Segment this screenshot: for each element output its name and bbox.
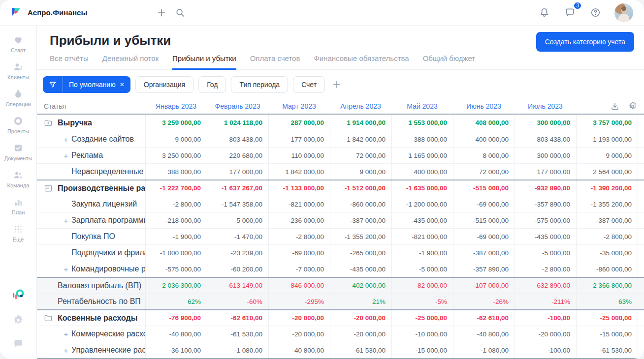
- sidebar-item-clients[interactable]: Клиенты: [0, 58, 36, 85]
- column-header-month[interactable]: Июнь 2023: [453, 98, 515, 114]
- value-cell: -1 637 267,00: [207, 180, 268, 196]
- expand-plus-icon[interactable]: +: [62, 135, 70, 144]
- row-label-cell[interactable]: +Нераспределенные: [37, 164, 145, 180]
- create-category-button[interactable]: Создать категорию учета: [536, 32, 634, 52]
- row-label-cell[interactable]: +Реклама: [37, 148, 145, 163]
- clear-filter-icon[interactable]: ✕: [120, 81, 125, 88]
- product-logo[interactable]: [11, 287, 26, 302]
- row-label-cell[interactable]: +Подрядчики и фрилансеры: [37, 245, 145, 261]
- row-label-cell[interactable]: +Управленческие расходы: [37, 342, 145, 358]
- card-icon[interactable]: [44, 184, 53, 193]
- add-icon[interactable]: [152, 3, 171, 22]
- folder-plus-icon[interactable]: [44, 119, 53, 127]
- value-cell: 3 250 000,00: [145, 148, 207, 163]
- row-label-cell[interactable]: Косвенные расходы: [37, 310, 145, 326]
- topbar: Аспро.Финансы 3: [0, 0, 644, 26]
- table-row[interactable]: +Покупка ПО-1 900,00-1 470,00-2 800,00-1…: [37, 228, 644, 244]
- value-cell: -25 000,00: [576, 310, 638, 326]
- table-row[interactable]: +Нераспределенные388 000,00177 000,001 8…: [37, 163, 644, 180]
- value-cell: 1 193 000,00: [576, 131, 638, 147]
- row-label-cell[interactable]: Валовая прибыль (ВП): [37, 278, 145, 293]
- sidebar-item-projects[interactable]: Проекты: [0, 112, 36, 139]
- table-row[interactable]: Выручка3 259 000,001 024 118,00287 000,0…: [37, 115, 644, 131]
- table-row[interactable]: Производственные расходы-1 222 700,00-1 …: [37, 180, 644, 196]
- table-row[interactable]: Рентабельность по ВП62%-60%-295%21%-5%-2…: [37, 293, 644, 309]
- expand-plus-icon[interactable]: +: [62, 265, 70, 273]
- row-label-cell[interactable]: +Коммерческие расходы: [37, 326, 145, 342]
- sidebar-item-start[interactable]: Старт: [0, 30, 36, 58]
- value-cell: 3 757 000,00: [576, 115, 638, 131]
- expand-plus-icon[interactable]: +: [62, 330, 70, 338]
- help-icon[interactable]: [586, 3, 605, 22]
- value-cell: -515 000,00: [453, 212, 515, 228]
- row-label: Реклама: [71, 151, 103, 160]
- sidebar-item-documents[interactable]: Документы: [0, 139, 36, 166]
- expand-plus-icon[interactable]: +: [62, 216, 70, 225]
- row-label-cell[interactable]: Выручка: [37, 115, 145, 131]
- table-row[interactable]: Косвенные расходы-76 900,00-62 610,00-20…: [37, 309, 644, 326]
- default-filter-chip[interactable]: По умолчанию✕: [43, 76, 130, 93]
- tab-invoice-payment[interactable]: Оплата счетов: [250, 54, 300, 70]
- row-label-cell[interactable]: +Командировочные расходы: [37, 261, 145, 277]
- value-cell: -107 000,00: [453, 278, 515, 293]
- column-header-month[interactable]: Июль 2023: [515, 98, 576, 114]
- value-cell: 1 842 000,00: [330, 131, 391, 147]
- table-row[interactable]: +Подрядчики и фрилансеры-1 000 000,00-23…: [37, 244, 644, 261]
- row-label-cell[interactable]: Рентабельность по ВП: [37, 294, 145, 309]
- row-label-cell[interactable]: +Зарплата программистов: [37, 212, 145, 228]
- table-row[interactable]: +Коммерческие расходы-40 800,00-61 530,0…: [37, 326, 644, 342]
- filter-chip-account[interactable]: Счет: [293, 76, 325, 93]
- table-row[interactable]: +Зарплата программистов-218 000,00-5 000…: [37, 212, 644, 228]
- folder-icon[interactable]: [44, 314, 53, 323]
- tab-all-reports[interactable]: Все отчёты: [50, 54, 89, 70]
- column-header-month[interactable]: Март 2023: [268, 98, 330, 114]
- row-label-cell[interactable]: +Создание сайтов: [37, 131, 145, 147]
- value-cell: -821 000,00: [391, 229, 453, 244]
- filter-chip-period-type[interactable]: Тип периода: [231, 76, 288, 93]
- column-header-month[interactable]: Апрель 2023: [330, 98, 391, 114]
- value-cell: -846 000,00: [268, 278, 330, 293]
- value-cell: -211%: [515, 294, 576, 309]
- notifications-bell-icon[interactable]: [535, 3, 553, 22]
- sidebar-item-team[interactable]: Команда: [0, 166, 36, 193]
- search-icon[interactable]: [171, 3, 190, 22]
- column-header-month[interactable]: Май 2023: [391, 98, 453, 114]
- support-chat-icon[interactable]: [13, 338, 24, 349]
- tab-financial-obligations[interactable]: Финансовые обязательства: [314, 54, 409, 70]
- row-label-cell[interactable]: Производственные расходы: [37, 180, 145, 196]
- tab-general-budget[interactable]: Общий бюджет: [423, 54, 476, 70]
- filter-chip-year[interactable]: Год: [198, 76, 226, 93]
- expand-plus-icon[interactable]: +: [62, 151, 70, 160]
- filter-chip-organization[interactable]: Организация: [135, 76, 193, 93]
- table-row[interactable]: +Реклама3 250 000,00220 680,00110 000,00…: [37, 147, 644, 163]
- value-cell: -387 000,00: [330, 212, 391, 228]
- export-download-icon[interactable]: [611, 102, 619, 111]
- messages-icon[interactable]: 3: [560, 3, 579, 22]
- tab-profit-loss[interactable]: Прибыли и убытки: [172, 54, 236, 70]
- sidebar-item-more[interactable]: Ещё: [0, 220, 36, 247]
- tab-cash-flow[interactable]: Денежный поток: [102, 54, 159, 70]
- column-header-month[interactable]: Январь 2023: [145, 98, 207, 114]
- value-cell: -1 133 000,00: [268, 180, 330, 196]
- sidebar-item-plan[interactable]: План: [0, 193, 36, 220]
- add-filter-icon[interactable]: [332, 80, 342, 90]
- value-cell: -20 000,00: [330, 310, 391, 326]
- table-row[interactable]: +Командировочные расходы-575 000,00-60 2…: [37, 261, 644, 277]
- column-header-month[interactable]: Февраль 2023: [207, 98, 268, 114]
- value-cell: -357 890,00: [453, 261, 515, 277]
- more-grid-icon: [13, 224, 24, 235]
- settings-gear-icon[interactable]: [13, 315, 24, 326]
- row-label-cell[interactable]: +Покупка ПО: [37, 229, 145, 244]
- table-row[interactable]: Валовая прибыль (ВП)2 036 300,00-613 149…: [37, 277, 644, 293]
- sidebar-item-operations[interactable]: Операции: [0, 85, 36, 112]
- operations-icon: [13, 89, 24, 99]
- table-row[interactable]: +Управленческие расходы-36 100,00-1 080,…: [37, 342, 644, 358]
- table-row[interactable]: +Создание сайтов9 000,00803 438,00177 00…: [37, 131, 644, 147]
- row-label-cell[interactable]: +Закупка лицензий: [37, 196, 145, 212]
- table-settings-gear-icon[interactable]: [628, 102, 637, 111]
- expand-plus-icon[interactable]: +: [62, 346, 70, 355]
- user-avatar[interactable]: [614, 3, 633, 22]
- table-row[interactable]: +Закупка лицензий-2 800,00-1 547 358,00-…: [37, 196, 644, 212]
- value-cell: -1 900,00: [391, 245, 453, 261]
- funnel-icon[interactable]: [43, 76, 63, 93]
